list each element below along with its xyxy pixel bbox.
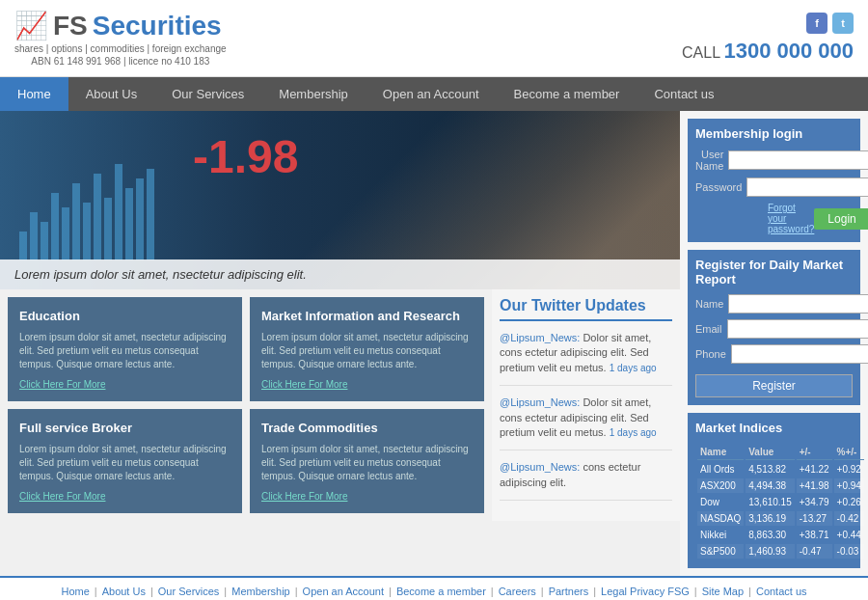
- market-indices-panel: Market Indices Name Value +/- %+/- All O…: [688, 413, 860, 568]
- logo-chart-icon: 📈: [14, 10, 48, 41]
- nav-item-about[interactable]: About Us: [68, 77, 154, 111]
- logo-fs-text: FS: [53, 11, 88, 41]
- membership-login-title: Membership login: [695, 126, 853, 141]
- name-input[interactable]: [728, 294, 868, 314]
- twitter-section: Our Twitter Updates @Lipsum_News: Dolor …: [492, 289, 680, 521]
- full-service-link[interactable]: Click Here For More: [19, 491, 231, 502]
- index-change: +38.71: [797, 528, 832, 542]
- forgot-password-link[interactable]: Forgot your password?: [768, 203, 814, 234]
- password-label: Password: [695, 181, 746, 193]
- register-button[interactable]: Register: [695, 374, 853, 397]
- tweet-3-username[interactable]: @Lipsum_News:: [500, 461, 580, 473]
- main: -1.98 Lorem ipsum dolor sit amet, nsecte…: [0, 111, 868, 576]
- membership-login-panel: Membership login User Name Password Forg…: [688, 119, 860, 242]
- tweet-1-time: 1 days ago: [610, 363, 657, 373]
- table-row: All Ords 4,513.82 +41.22 +0.92: [697, 462, 864, 477]
- footer-link[interactable]: Careers: [499, 586, 536, 597]
- nav-item-open-account[interactable]: Open an Account: [366, 77, 497, 111]
- nav-item-services[interactable]: Our Services: [154, 77, 261, 111]
- logo-subtitle2: ABN 61 148 991 968 | licence no 410 183: [14, 56, 227, 67]
- indices-table: Name Value +/- %+/- All Ords 4,513.82 +4…: [695, 443, 866, 560]
- table-row: Dow 13,610.15 +34.79 +0.26: [697, 495, 864, 509]
- tweet-1-username[interactable]: @Lipsum_News:: [500, 332, 580, 343]
- daily-report-title: Register for Daily Market Report: [695, 258, 853, 286]
- col-header-value: Value: [746, 445, 795, 460]
- tweet-1: @Lipsum_News: Dolor sit amet, cons ectet…: [500, 331, 672, 386]
- index-value: 13,610.15: [746, 495, 795, 509]
- index-name: S&P500: [697, 544, 744, 559]
- index-change: -0.47: [797, 544, 832, 559]
- index-name: Dow: [697, 495, 744, 509]
- logo-main: 📈 FS Securities: [14, 10, 227, 41]
- footer-separator: |: [541, 586, 544, 597]
- footer-separator: |: [150, 586, 153, 597]
- email-label: Email: [695, 323, 727, 335]
- index-change: +34.79: [797, 495, 832, 509]
- table-row: ASX200 4,494.38 +41.98 +0.94: [697, 478, 864, 493]
- username-input[interactable]: [728, 150, 868, 170]
- education-body: Lorem ipsum dolor sit amet, nsectetur ad…: [19, 331, 231, 371]
- footer-separator: |: [389, 586, 392, 597]
- footer-separator: |: [95, 586, 97, 597]
- education-link[interactable]: Click Here For More: [19, 379, 231, 390]
- col-header-change: +/-: [797, 445, 832, 460]
- market-indices-title: Market Indices: [695, 421, 853, 435]
- main-content-area: -1.98 Lorem ipsum dolor sit amet, nsecte…: [0, 111, 868, 576]
- footer-link[interactable]: Membership: [231, 586, 290, 597]
- name-row: Name: [695, 294, 853, 314]
- name-label: Name: [695, 298, 728, 310]
- trade-commodities-body: Lorem ipsum dolor sit amet, nsectetur ad…: [261, 443, 473, 483]
- footer-separator: |: [491, 586, 494, 597]
- password-input[interactable]: [746, 177, 868, 197]
- footer-link[interactable]: Site Map: [702, 586, 744, 597]
- hero-caption: Lorem ipsum dolor sit amet, nsectetur ad…: [0, 259, 680, 289]
- nav-item-home[interactable]: Home: [0, 77, 68, 111]
- header: 📈 FS Securities shares | options | commo…: [0, 0, 868, 77]
- facebook-icon[interactable]: f: [806, 13, 827, 34]
- content-grid: Education Lorem ipsum dolor sit amet, ns…: [0, 289, 492, 521]
- table-row: Nikkei 8,863.30 +38.71 +0.44: [697, 528, 864, 542]
- index-change: +41.22: [797, 462, 832, 477]
- index-value: 3,136.19: [746, 511, 795, 526]
- email-input[interactable]: [727, 319, 868, 339]
- index-change: -13.27: [797, 511, 832, 526]
- index-pct: +0.92: [834, 462, 864, 477]
- footer: Home|About Us|Our Services|Membership|Op…: [0, 576, 868, 600]
- trade-commodities-title: Trade Commodities: [261, 421, 473, 435]
- footer-link[interactable]: Become a member: [396, 586, 486, 597]
- footer-link[interactable]: About Us: [102, 586, 146, 597]
- content-box-market-info: Market Information and Research Lorem ip…: [250, 297, 484, 401]
- full-service-title: Full service Broker: [19, 421, 231, 435]
- twitter-icon[interactable]: t: [832, 13, 854, 34]
- full-service-body: Lorem ipsum dolor sit amet, nsectetur ad…: [19, 443, 231, 483]
- tweet-2-username[interactable]: @Lipsum_News:: [500, 396, 580, 408]
- username-row: User Name: [695, 149, 853, 172]
- trade-commodities-link[interactable]: Click Here For More: [261, 491, 473, 502]
- social-icons: f t: [806, 13, 854, 34]
- footer-link[interactable]: Partners: [549, 586, 589, 597]
- content-row: Education Lorem ipsum dolor sit amet, ns…: [0, 289, 680, 521]
- logo-subtitle1: shares | options | commodities | foreign…: [14, 43, 227, 54]
- phone-input[interactable]: [731, 344, 868, 364]
- logo-area: 📈 FS Securities shares | options | commo…: [14, 10, 227, 67]
- table-row: S&P500 1,460.93 -0.47 -0.03: [697, 544, 864, 559]
- login-button[interactable]: Login: [814, 208, 868, 230]
- footer-link[interactable]: Contact us: [756, 586, 807, 597]
- footer-link[interactable]: Our Services: [158, 586, 220, 597]
- logo-securities-text: Securities: [93, 11, 222, 41]
- nav-item-become-member[interactable]: Become a member: [497, 77, 637, 111]
- nav-item-contact[interactable]: Contact us: [637, 77, 731, 111]
- footer-link[interactable]: Open an Account: [303, 586, 384, 597]
- content-box-education: Education Lorem ipsum dolor sit amet, ns…: [8, 297, 242, 401]
- index-pct: -0.03: [834, 544, 864, 559]
- login-row: Forgot your password? Login: [695, 203, 853, 234]
- footer-link[interactable]: Home: [61, 586, 89, 597]
- content-box-trade-commodities: Trade Commodities Lorem ipsum dolor sit …: [250, 409, 484, 513]
- nav: Home About Us Our Services Membership Op…: [0, 77, 868, 111]
- footer-link[interactable]: Legal Privacy FSG: [601, 586, 690, 597]
- call-number: 1300 000 000: [723, 39, 854, 63]
- footer-separator: |: [694, 586, 697, 597]
- market-info-link[interactable]: Click Here For More: [261, 379, 473, 390]
- nav-item-membership[interactable]: Membership: [261, 77, 366, 111]
- index-pct: +0.26: [834, 495, 864, 509]
